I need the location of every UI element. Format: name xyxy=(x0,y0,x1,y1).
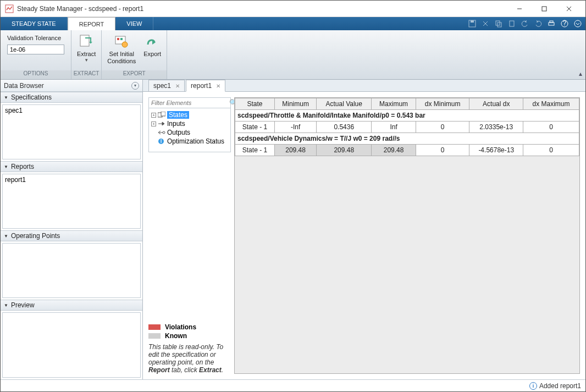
close-button[interactable] xyxy=(556,1,581,16)
data-browser-menu-icon[interactable]: ▾ xyxy=(131,82,139,90)
table-row: State - 1 -Inf 0.5436 Inf 0 2.0335e-13 0 xyxy=(235,122,579,133)
doc-tab-report1-label: report1 xyxy=(191,82,212,90)
panel-operating-points-body xyxy=(2,243,141,298)
results-table-wrap: State Minimum Actual Value Maximum dx Mi… xyxy=(234,97,580,374)
document-area: spec1 ✕ report1 ✕ 🔍 ▾ + xyxy=(143,80,585,379)
col-actual-dx[interactable]: Actual dx xyxy=(469,98,523,110)
svg-point-19 xyxy=(122,42,128,47)
tree-node-opt-status[interactable]: i Optimization Status xyxy=(150,137,229,146)
violations-swatch xyxy=(148,324,161,330)
svg-rect-6 xyxy=(471,20,474,23)
set-initial-conditions-button[interactable]: Set Initial Conditions xyxy=(105,32,138,66)
group-options-label: OPTIONS xyxy=(1,70,71,79)
inputs-icon xyxy=(158,120,165,127)
cell: 0.5436 xyxy=(317,122,372,133)
tree-outputs-label: Outputs xyxy=(167,129,190,136)
doc-tab-spec1-label: spec1 xyxy=(153,82,171,90)
col-minimum[interactable]: Minimum xyxy=(274,98,316,110)
collapse-toolstrip-icon[interactable]: ▴ xyxy=(579,70,582,78)
tree-node-inputs[interactable]: + Inputs xyxy=(150,119,229,128)
svg-point-14 xyxy=(574,20,581,27)
col-maximum[interactable]: Maximum xyxy=(372,98,416,110)
svg-rect-15 xyxy=(80,35,89,46)
validation-tolerance-input[interactable] xyxy=(7,45,64,54)
info-icon: i xyxy=(529,382,537,390)
save-icon[interactable] xyxy=(468,19,477,28)
cell: -4.5678e-13 xyxy=(469,145,523,156)
quick-access-toolbar: ? xyxy=(468,17,585,30)
statusbar: i Added report1 xyxy=(1,379,585,391)
panel-specifications-header[interactable]: Specifications xyxy=(1,92,142,103)
col-state[interactable]: State xyxy=(235,98,275,110)
panel-specifications-body: spec1 xyxy=(2,104,141,159)
readonly-note: This table is read-only. To edit the spe… xyxy=(148,343,231,374)
cell-known: 209.48 xyxy=(372,145,416,156)
set-initial-label: Set Initial Conditions xyxy=(107,51,136,65)
legend: Violations Known This table is read-only… xyxy=(148,322,231,374)
app-icon xyxy=(5,4,14,13)
col-actual-value[interactable]: Actual Value xyxy=(317,98,372,110)
panel-preview-header[interactable]: Preview xyxy=(1,300,142,311)
copy-icon[interactable] xyxy=(494,19,503,28)
svg-point-22 xyxy=(163,131,165,134)
cell: 0 xyxy=(523,122,579,133)
extract-label: Extract xyxy=(77,51,96,58)
expand-icon[interactable]: + xyxy=(151,113,156,118)
col-dx-maximum[interactable]: dx Maximum xyxy=(523,98,579,110)
panel-reports-header[interactable]: Reports xyxy=(1,161,142,172)
doc-tab-report1[interactable]: report1 ✕ xyxy=(186,80,225,92)
tree-optstatus-label: Optimization Status xyxy=(167,137,224,145)
cell: -Inf xyxy=(274,122,316,133)
undo-icon[interactable] xyxy=(521,19,529,28)
table-group-row: scdspeed/Vehicle Dynamics/w = T//J w0 = … xyxy=(235,133,579,145)
filter-input[interactable] xyxy=(151,100,228,106)
svg-rect-10 xyxy=(549,23,554,25)
panel-operating-points-label: Operating Points xyxy=(11,232,60,240)
redo-icon[interactable] xyxy=(534,19,543,28)
tree-node-outputs[interactable]: Outputs xyxy=(150,128,229,137)
print-icon[interactable] xyxy=(547,19,556,28)
export-icon xyxy=(145,34,160,49)
minimize-button[interactable] xyxy=(507,1,532,16)
info-icon: i xyxy=(158,138,165,145)
expand-icon[interactable]: + xyxy=(151,122,156,126)
tree: + States + Inputs Outputs i xyxy=(148,108,231,152)
main-area: Data Browser ▾ Specifications spec1 Repo… xyxy=(1,80,585,379)
tree-node-states[interactable]: + States xyxy=(150,111,229,119)
close-icon[interactable]: ✕ xyxy=(175,83,180,89)
document-tabs: spec1 ✕ report1 ✕ xyxy=(143,80,585,92)
close-icon[interactable]: ✕ xyxy=(216,83,220,89)
export-label: Export xyxy=(143,51,161,58)
cell: 0 xyxy=(416,122,469,133)
panel-operating-points-header[interactable]: Operating Points xyxy=(1,230,142,241)
report-item[interactable]: report1 xyxy=(5,176,138,184)
col-dx-minimum[interactable]: dx Minimum xyxy=(416,98,469,110)
legend-known: Known xyxy=(148,332,231,340)
group-export-label: EXPORT xyxy=(102,70,167,79)
extract-button[interactable]: Extract ▼ xyxy=(75,32,98,64)
document-body: 🔍 ▾ + States + Inputs xyxy=(143,92,585,379)
states-icon xyxy=(158,112,165,118)
tab-report[interactable]: REPORT xyxy=(68,17,116,30)
maximize-button[interactable] xyxy=(532,1,556,16)
help-icon[interactable]: ? xyxy=(560,19,569,28)
tab-steady-state[interactable]: STEADY STATE xyxy=(1,17,68,30)
chevron-down-icon: ▼ xyxy=(84,58,89,63)
options-dropdown-icon[interactable] xyxy=(573,19,582,28)
data-browser-header: Data Browser ▾ xyxy=(1,80,142,92)
svg-rect-21 xyxy=(161,112,165,116)
tab-view[interactable]: VIEW xyxy=(115,17,153,30)
group-export: Set Initial Conditions Export EXPORT xyxy=(102,30,167,79)
export-button[interactable]: Export xyxy=(141,32,163,59)
group-extract-label: EXTRACT xyxy=(71,70,101,79)
cut-icon[interactable] xyxy=(481,19,490,28)
group2-label: scdspeed/Vehicle Dynamics/w = T//J w0 = … xyxy=(235,133,579,145)
cell: State - 1 xyxy=(235,122,275,133)
status-text: Added report1 xyxy=(539,382,581,390)
tree-column: 🔍 ▾ + States + Inputs xyxy=(148,97,231,374)
paste-icon[interactable] xyxy=(507,19,516,28)
group-extract: Extract ▼ EXTRACT xyxy=(71,30,102,79)
table-group-row: scdspeed/Throttle & Manifold/Intake Mani… xyxy=(235,110,579,122)
doc-tab-spec1[interactable]: spec1 ✕ xyxy=(148,80,185,92)
spec-item[interactable]: spec1 xyxy=(5,107,138,114)
